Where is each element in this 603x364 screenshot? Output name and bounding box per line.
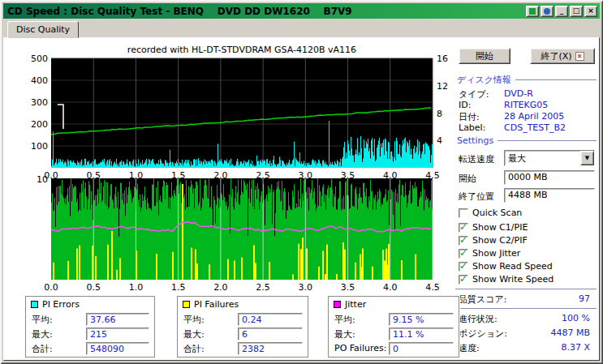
svg-text:400: 400 (31, 75, 48, 86)
show-read-speed-checkbox-box[interactable] (459, 262, 468, 272)
pi-errors-total-box: 548090 (86, 342, 149, 355)
pi-failures-max-box: 6 (238, 328, 303, 340)
disc-icon-glyph (544, 8, 550, 15)
quality-score-value: 97 (579, 293, 590, 304)
maximize-button[interactable]: □ (570, 6, 583, 17)
settings-header-label: Settings (457, 135, 493, 146)
quick-scan-checkbox-box[interactable] (459, 208, 468, 218)
svg-text:300: 300 (31, 97, 48, 108)
quality-score-label: 品質スコア: (459, 293, 506, 306)
pi-errors-max-label: 最大: (32, 328, 53, 340)
separator (455, 308, 597, 310)
start-button[interactable]: 開始 (459, 48, 510, 64)
start-button-label: 開始 (476, 50, 493, 62)
tab-disc-quality[interactable]: Disc Quality (7, 21, 79, 38)
tab-content-panel: recorded with HL-DT-STDVDRAM GSA-4120B v… (3, 37, 600, 361)
disc-info-header-label: ディスク情報 (457, 74, 511, 86)
show-read-speed-checkbox-label: Show Read Speed (472, 261, 553, 272)
disc-type-value: DVD-R (504, 88, 533, 99)
transfer-speed-dropdown[interactable]: 最大 ▼ (504, 150, 595, 166)
pi-errors-swatch-icon (31, 301, 38, 308)
pi-failures-stats-box: PI Failures 平均:0.24 最大:6 合計:2382 (177, 296, 308, 358)
show-jitter-checkbox-label: Show Jitter (472, 248, 520, 259)
disc-label-label: Label: (459, 122, 485, 133)
show-c2-pif-checkbox-box[interactable] (459, 236, 468, 246)
svg-text:0.5: 0.5 (86, 282, 101, 293)
disc-label-value: CDS_TEST_B2 (504, 122, 566, 133)
separator (455, 289, 597, 290)
svg-text:16: 16 (437, 54, 448, 64)
pi-failures-title-label: PI Failures (194, 299, 239, 310)
disc-icon[interactable] (541, 6, 553, 17)
position-value: 4487 MB (550, 328, 590, 338)
transfer-speed-value: 最大 (505, 151, 580, 165)
po-failures-label: PO Failures: (334, 343, 386, 353)
disc-info-header: ディスク情報 (457, 74, 597, 86)
svg-text:1.5: 1.5 (171, 282, 186, 293)
pi-failures-total-value: 2382 (242, 344, 265, 354)
close-button[interactable]: × (584, 6, 597, 17)
speed-value: 8.37 X (561, 342, 590, 353)
show-write-speed-checkbox-label: Show Write Speed (472, 274, 553, 285)
svg-text:200: 200 (31, 119, 48, 130)
position-label: ポジション: (459, 328, 507, 340)
end-position-input[interactable]: 4488 MB (504, 188, 595, 203)
svg-text:3.5: 3.5 (341, 282, 355, 293)
pi-errors-total-label: 合計: (32, 343, 53, 355)
disc-date-label: 日付: (459, 111, 480, 123)
jitter-max-label: 最大: (334, 328, 355, 340)
jitter-avg-value: 9.15 % (393, 315, 424, 325)
show-c2-pif-checkbox-label: Show C2/PIF (472, 235, 528, 246)
titlebar-buttons: _ □ × (526, 6, 600, 17)
speed-label: 速度: (459, 342, 480, 354)
pi-errors-title: PI Errors (31, 299, 80, 310)
exit-button-label: 終了(X) (541, 50, 571, 62)
pi-errors-max-box: 215 (86, 328, 149, 340)
disc-id-label: ID: (459, 100, 471, 110)
pi-failures-avg-box: 0.24 (238, 313, 303, 326)
quick-scan-checkbox[interactable]: Quick Scan (459, 208, 522, 218)
svg-text:4: 4 (437, 135, 442, 146)
jitter-avg-box: 9.15 % (389, 313, 454, 326)
show-c1-pie-checkbox[interactable]: Show C1/PIE (459, 222, 528, 233)
show-write-speed-checkbox[interactable]: Show Write Speed (459, 274, 553, 285)
pi-errors-stats-box: PI Errors 平均:37.66 最大:215 合計:548090 (25, 296, 155, 358)
show-c1-pie-checkbox-label: Show C1/PIE (472, 222, 528, 233)
po-failures-box: 0 (389, 342, 454, 355)
po-failures-value: 0 (393, 344, 398, 354)
exit-icon: × (575, 52, 584, 61)
show-c1-pie-checkbox-box[interactable] (459, 223, 468, 233)
chevron-down-icon[interactable]: ▼ (580, 151, 594, 165)
svg-text:3.0: 3.0 (299, 282, 313, 293)
pi-failures-swatch-icon (183, 301, 190, 308)
title-bar[interactable]: CD Speed : Disc Quality Test - BENQ DVD … (3, 3, 600, 19)
start-position-input[interactable]: 0000 MB (504, 170, 595, 185)
svg-text:12: 12 (437, 81, 448, 92)
settings-header: Settings (457, 135, 597, 146)
jitter-avg-label: 平均: (334, 314, 355, 326)
show-read-speed-checkbox[interactable]: Show Read Speed (459, 261, 553, 272)
svg-text:2.0: 2.0 (213, 282, 228, 293)
pi-errors-avg-box: 37.66 (86, 313, 149, 326)
svg-text:500: 500 (31, 54, 48, 64)
minimize-button[interactable]: _ (555, 6, 568, 17)
show-jitter-checkbox-box[interactable] (459, 249, 468, 259)
jitter-title-label: Jitter (345, 299, 366, 310)
cdspeed-window: CD Speed : Disc Quality Test - BENQ DVD … (0, 0, 603, 364)
graph-icon[interactable] (526, 6, 539, 17)
show-jitter-checkbox[interactable]: Show Jitter (459, 248, 520, 259)
window-title: CD Speed : Disc Quality Test - BENQ DVD … (3, 6, 526, 17)
pi-errors-speed-chart: 5004003002001001612840.00.51.01.52.02.53… (20, 53, 454, 184)
pi-failures-avg-label: 平均: (183, 314, 205, 326)
pi-errors-max-value: 215 (90, 329, 107, 340)
jitter-max-value: 11.1 % (393, 329, 424, 340)
pi-errors-title-label: PI Errors (42, 299, 80, 310)
svg-text:4.5: 4.5 (425, 282, 440, 293)
pi-failures-max-label: 最大: (183, 328, 205, 340)
show-write-speed-checkbox-box[interactable] (459, 275, 468, 285)
show-c2-pif-checkbox[interactable]: Show C2/PIF (459, 235, 528, 246)
svg-text:8: 8 (437, 109, 442, 119)
quick-scan-checkbox-label: Quick Scan (472, 208, 522, 218)
disc-type-label: タイプ: (459, 88, 489, 101)
exit-button[interactable]: 終了(X) × (530, 48, 595, 64)
